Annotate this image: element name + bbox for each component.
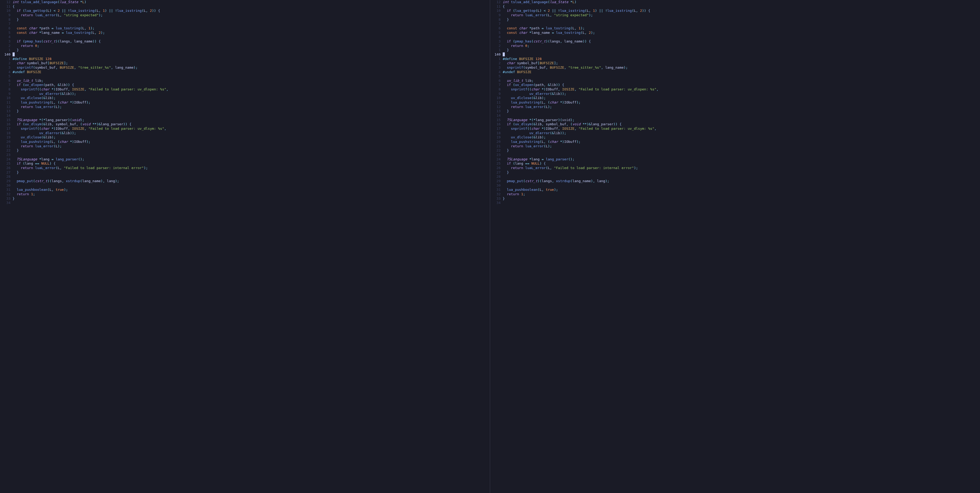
gutter-left: 1211109876543211401234567891011121314151… — [0, 0, 13, 205]
gutter-right: 1211109876543211401234567891011121314151… — [490, 0, 503, 205]
cursor-block — [503, 53, 505, 56]
editor-pane-right[interactable]: 1211109876543211401234567891011121314151… — [490, 0, 980, 493]
code-right[interactable]: int tslua_add_language(lua_State *L){ if… — [503, 0, 980, 205]
code-left[interactable]: int tslua_add_language(lua_State *L){ if… — [13, 0, 490, 205]
cursor-block — [13, 53, 15, 56]
editor-pane-left[interactable]: 1211109876543211401234567891011121314151… — [0, 0, 490, 493]
split-container: 1211109876543211401234567891011121314151… — [0, 0, 980, 493]
